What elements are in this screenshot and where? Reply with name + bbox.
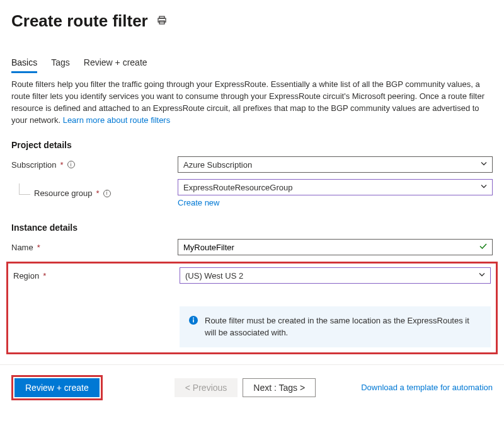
next-button[interactable]: Next : Tags > — [243, 378, 316, 397]
section-project-details: Project details — [11, 140, 493, 150]
required-asterisk: * — [43, 271, 46, 281]
print-icon[interactable] — [157, 15, 167, 27]
section-instance-details: Instance details — [11, 223, 493, 233]
tabs: Basics Tags Review + create — [11, 54, 493, 72]
name-input[interactable] — [178, 239, 493, 255]
region-highlight-box: Region * (US) West US 2 Route filter mus… — [6, 262, 498, 354]
tab-basics[interactable]: Basics — [11, 54, 37, 72]
required-asterisk: * — [60, 160, 64, 170]
chevron-down-icon — [480, 160, 488, 170]
tab-tags[interactable]: Tags — [51, 54, 70, 72]
info-icon — [188, 315, 198, 325]
review-create-button[interactable]: Review + create — [14, 378, 100, 397]
info-icon[interactable]: i — [67, 161, 75, 168]
create-new-link[interactable]: Create new — [178, 198, 219, 207]
chevron-down-icon — [480, 183, 488, 192]
previous-button: < Previous — [175, 378, 238, 397]
chevron-down-icon — [478, 271, 486, 281]
check-icon — [479, 242, 488, 253]
required-asterisk: * — [96, 188, 100, 198]
info-icon[interactable]: i — [103, 190, 111, 197]
svg-rect-4 — [193, 320, 194, 323]
info-banner-text: Route filter must be created in the same… — [205, 315, 482, 338]
resource-group-select[interactable]: ExpressRouteResourceGroup — [178, 179, 493, 195]
region-select[interactable]: (US) West US 2 — [180, 267, 491, 284]
review-create-highlight: Review + create — [11, 375, 103, 400]
region-label: Region — [13, 271, 39, 281]
required-asterisk: * — [37, 243, 40, 252]
svg-point-5 — [193, 318, 194, 319]
learn-more-link[interactable]: Learn more about route filters — [63, 115, 171, 125]
subscription-label: Subscription — [11, 160, 57, 170]
resource-group-label: Resource group — [34, 188, 93, 198]
subscription-select[interactable]: Azure Subscription — [178, 156, 493, 173]
name-label: Name — [11, 243, 33, 252]
indent-connector — [19, 183, 30, 195]
description-text: Route filters help you filter the traffi… — [11, 79, 493, 126]
tab-review-create[interactable]: Review + create — [84, 54, 147, 72]
page-title: Create route filter — [11, 11, 148, 31]
region-info-banner: Route filter must be created in the same… — [180, 306, 491, 347]
download-template-link[interactable]: Download a template for automation — [361, 383, 493, 392]
